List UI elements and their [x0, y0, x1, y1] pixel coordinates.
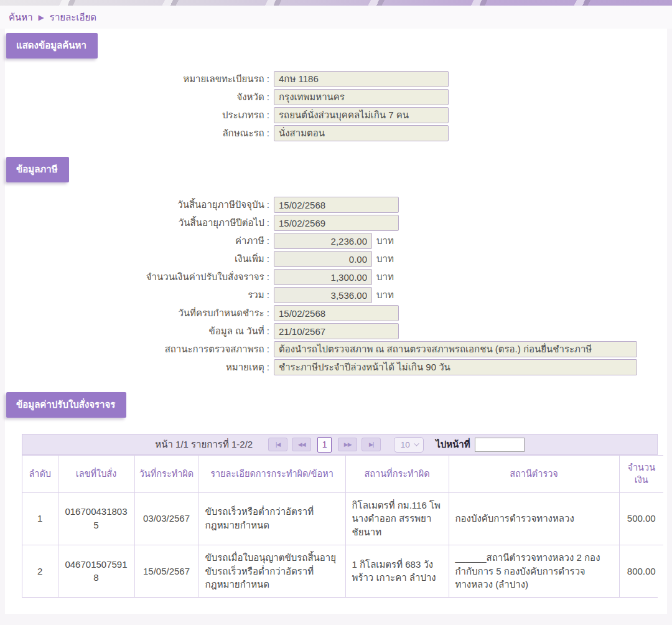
plate-label: หมายเลขทะเบียนรถ :	[5, 72, 274, 87]
cell-police-station: ______สถานีตำรวจทางหลวง 2 กองกำกับการ 5 …	[449, 545, 619, 597]
cell-amount: 800.00	[619, 545, 663, 597]
prev-page-button[interactable]: ◀◀	[292, 438, 311, 451]
data-as-of-label: ข้อมูล ณ วันที่ :	[5, 324, 274, 339]
tax-amount-unit: บาท	[376, 233, 394, 248]
breadcrumb-item-search[interactable]: ค้นหา	[9, 10, 33, 25]
pagination-bar: หน้า 1/1 รายการที่ 1-2/2 |◀ ◀◀ 1 ▶▶ ▶| 1…	[22, 435, 657, 455]
cell-no: 1	[22, 492, 58, 545]
tax-info-form: วันสิ้นอายุภาษีปัจจุบัน : วันสิ้นอายุภาษ…	[5, 197, 667, 375]
table-row: 1 0167004318035 03/03/2567 ขับรถเร็วหรือ…	[22, 492, 663, 545]
cell-police-station: กองบังคับการตำรวจทางหลวง	[449, 492, 619, 545]
section-title-traffic-fines: ข้อมูลค่าปรับใบสั่งจราจร	[6, 392, 126, 418]
tax-amount-label: ค่าภาษี :	[5, 233, 274, 248]
field-row-tax-amount: ค่าภาษี : บาท	[5, 233, 667, 249]
field-row-vehicle-style: ลักษณะรถ :	[5, 125, 667, 141]
plate-input[interactable]	[274, 71, 449, 87]
cell-offense-date: 15/05/2567	[134, 545, 198, 597]
due-date-label: วันที่ครบกำหนดชำระ :	[5, 306, 274, 321]
breadcrumb-arrow-icon: ▶	[39, 12, 44, 22]
grand-total-input[interactable]	[274, 287, 372, 303]
col-header-offense-location: สถานที่กระทำผิด	[345, 456, 449, 493]
col-header-offense-date: วันที่กระทำผิด	[134, 456, 198, 493]
field-row-province: จังหวัด :	[5, 89, 667, 105]
province-label: จังหวัด :	[5, 90, 274, 105]
breadcrumb: ค้นหา ▶ รายละเอียด	[0, 6, 672, 29]
field-row-fine-total: จำนวนเงินค่าปรับใบสั่งจราจร : บาท	[5, 269, 667, 285]
breadcrumb-item-details: รายละเอียด	[50, 10, 96, 25]
cell-offense-date: 03/03/2567	[134, 492, 198, 545]
tax-expiry-current-label: วันสิ้นอายุภาษีปัจจุบัน :	[5, 197, 274, 212]
table-row: 2 0467015075918 15/05/2567 ขับรถเมื่อใบอ…	[22, 545, 663, 597]
page-size-select[interactable]: 10	[394, 437, 424, 453]
tax-expiry-next-label: วันสิ้นอายุภาษีปีต่อไป :	[5, 215, 274, 230]
cell-ticket-no: 0167004318035	[58, 492, 134, 545]
surcharge-label: เงินเพิ่ม :	[5, 251, 274, 266]
vehicle-type-input[interactable]	[274, 107, 449, 123]
first-page-button[interactable]: |◀	[268, 438, 287, 451]
col-header-offense-detail: รายละเอียดการกระทำผิด/ข้อหา	[198, 456, 345, 493]
fines-table-area: หน้า 1/1 รายการที่ 1-2/2 |◀ ◀◀ 1 ▶▶ ▶| 1…	[22, 434, 658, 598]
pagination-info: หน้า 1/1 รายการที่ 1-2/2	[155, 437, 253, 452]
remark-label: หมายเหตุ :	[5, 360, 274, 375]
page-size-value: 10	[401, 440, 410, 449]
search-result-form: หมายเลขทะเบียนรถ : จังหวัด : ประเภทรถ : …	[5, 71, 667, 141]
cell-offense-location: 1 กิโลเมตรที่ 683 วังพร้าว เกาะคา ลำปาง	[345, 545, 449, 597]
field-row-vehicle-type: ประเภทรถ :	[5, 107, 667, 123]
grand-total-label: รวม :	[5, 288, 274, 303]
field-row-tax-expiry-current: วันสิ้นอายุภาษีปัจจุบัน :	[5, 197, 667, 213]
vehicle-style-input[interactable]	[274, 125, 449, 141]
tax-amount-input[interactable]	[274, 233, 372, 249]
cell-offense-detail: ขับรถเมื่อใบอนุญาตขับรถสิ้นอายุ ขับรถเร็…	[198, 545, 345, 597]
field-row-tax-expiry-next: วันสิ้นอายุภาษีปีต่อไป :	[5, 215, 667, 231]
fines-table-header-row: ลำดับ เลขที่ใบสั่ง วันที่กระทำผิด รายละเ…	[22, 456, 663, 493]
fines-table: ลำดับ เลขที่ใบสั่ง วันที่กระทำผิด รายละเ…	[22, 455, 663, 597]
goto-page-label: ไปหน้าที่	[436, 437, 470, 452]
field-row-inspection-status: สถานะการตรวจสภาพรถ :	[5, 341, 667, 357]
cell-no: 2	[22, 545, 58, 597]
section-title-search-results: แสดงข้อมูลค้นหา	[6, 33, 98, 59]
fine-total-label: จำนวนเงินค่าปรับใบสั่งจราจร :	[5, 270, 274, 284]
surcharge-input[interactable]	[274, 251, 372, 267]
inspection-status-input[interactable]	[274, 341, 637, 357]
cell-offense-detail: ขับรถเร็วหรือต่ำกว่าอัตราที่กฎหมายกำหนด	[198, 492, 345, 545]
col-header-amount: จำนวนเงิน	[619, 456, 663, 493]
grand-total-unit: บาท	[376, 288, 394, 303]
current-page-indicator[interactable]: 1	[317, 437, 332, 453]
cell-amount: 500.00	[619, 492, 663, 545]
inspection-status-label: สถานะการตรวจสภาพรถ :	[5, 342, 274, 357]
tax-expiry-current-input[interactable]	[274, 197, 399, 213]
field-row-surcharge: เงินเพิ่ม : บาท	[5, 251, 667, 267]
cell-ticket-no: 0467015075918	[58, 545, 134, 597]
vehicle-style-label: ลักษณะรถ :	[5, 126, 274, 141]
fine-total-input[interactable]	[274, 269, 372, 285]
chevron-down-icon	[414, 441, 419, 446]
decorative-top-strip	[0, 0, 672, 6]
fine-total-unit: บาท	[376, 270, 394, 284]
field-row-grand-total: รวม : บาท	[5, 287, 667, 303]
field-row-due-date: วันที่ครบกำหนดชำระ :	[5, 305, 667, 321]
next-page-button[interactable]: ▶▶	[338, 438, 357, 451]
col-header-police-station: สถานีตำรวจ	[449, 456, 619, 493]
field-row-plate: หมายเลขทะเบียนรถ :	[5, 71, 667, 87]
province-input[interactable]	[274, 89, 449, 105]
surcharge-unit: บาท	[376, 251, 394, 266]
remark-input[interactable]	[274, 359, 637, 375]
due-date-input[interactable]	[274, 305, 399, 321]
col-header-no: ลำดับ	[22, 456, 58, 493]
vehicle-type-label: ประเภทรถ :	[5, 108, 274, 123]
field-row-data-as-of: ข้อมูล ณ วันที่ :	[5, 323, 667, 339]
data-as-of-input[interactable]	[274, 323, 399, 339]
col-header-ticket-no: เลขที่ใบสั่ง	[58, 456, 134, 493]
field-row-remark: หมายเหตุ :	[5, 359, 667, 375]
goto-page-input[interactable]	[475, 438, 525, 452]
section-title-tax-info: ข้อมูลภาษี	[6, 157, 69, 182]
cell-offense-location: กิโลเมตรที่ กม.116 โพนางดำออก สรรพยา ชัย…	[345, 492, 449, 545]
tax-expiry-next-input[interactable]	[274, 215, 399, 231]
last-page-button[interactable]: ▶|	[362, 438, 381, 451]
content-panel: แสดงข้อมูลค้นหา หมายเลขทะเบียนรถ : จังหว…	[5, 29, 667, 614]
